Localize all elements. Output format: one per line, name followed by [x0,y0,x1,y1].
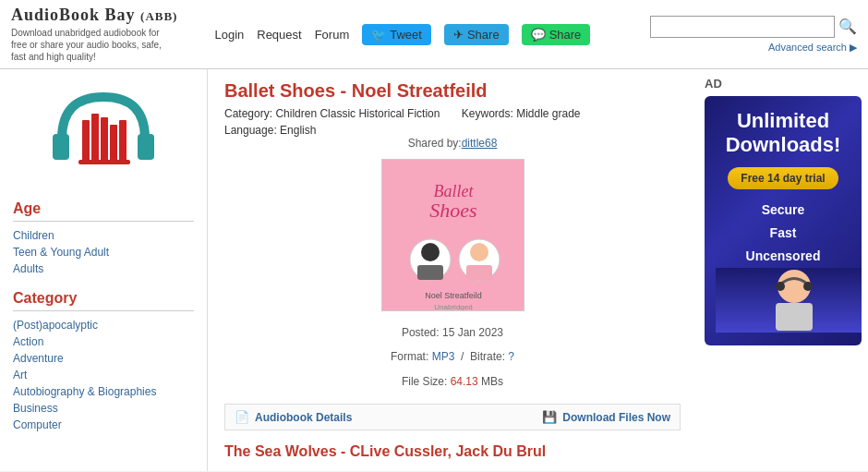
svg-rect-6 [119,120,127,162]
language-value: English [280,124,316,137]
svg-rect-20 [776,303,813,331]
site-branding: AudioBook Bay (ABB) Download unabridged … [11,6,177,63]
download-link[interactable]: 💾 Download Files Now [542,410,670,424]
age-divider [13,221,194,222]
svg-text:Shoes: Shoes [429,199,476,222]
shared-by-user-link[interactable]: dittle68 [462,137,498,150]
audiobook-details-link[interactable]: 📄 Audiobook Details [235,410,352,424]
sidebar-item-action[interactable]: Action [13,333,194,350]
book-cover-svg: Ballet Shoes Noel Streatfeild Unabridged [382,160,524,311]
svg-rect-16 [466,265,492,280]
category-label: Category: [224,107,272,120]
book-cover-image: Ballet Shoes Noel Streatfeild Unabridged [381,159,524,311]
details-icon: 📄 [235,410,249,424]
svg-rect-4 [101,117,108,162]
details-label: Audiobook Details [255,411,352,424]
book-title: Ballet Shoes - Noel Streatfeild [224,80,681,102]
sidebar-item-autobiography[interactable]: Autobiography & Biographies [13,383,194,400]
sidebar-item-adventure[interactable]: Adventure [13,350,194,367]
whatsapp-icon: 💬 [531,28,546,42]
search-button[interactable]: 🔍 [838,18,857,35]
filesize-label: File Size: [402,375,447,388]
login-link[interactable]: Login [214,28,244,42]
sidebar: Age Children Teen & Young Adult Adults C… [0,69,208,471]
ad-headline: Unlimited Downloads! [716,109,850,158]
filesize-value: 64.13 [451,375,478,388]
main-content: Ballet Shoes - Noel Streatfeild Category… [208,69,697,471]
site-tagline: Download unabridged audiobook for free o… [11,27,173,63]
twitter-icon: 🐦 [371,28,386,42]
site-title: AudioBook Bay (ABB) [11,6,177,25]
header-nav: Login Request Forum 🐦 Tweet ✈ Share 💬 Sh… [214,24,590,45]
svg-point-15 [470,243,488,261]
bitrate-value: ? [508,350,514,363]
sidebar-item-teen[interactable]: Teen & Young Adult [13,244,194,260]
sidebar-item-adults[interactable]: Adults [13,260,194,277]
ad-box[interactable]: Unlimited Downloads! Free 14 day trial S… [705,96,862,345]
svg-text:Noel Streatfeild: Noel Streatfeild [425,291,482,300]
page-layout: Age Children Teen & Young Adult Adults C… [0,69,868,471]
language-label: Language: [224,124,277,137]
request-link[interactable]: Request [257,28,301,42]
ad-person-illustration [716,268,862,333]
download-icon: 💾 [542,410,557,424]
ad-label: AD [705,77,861,91]
svg-rect-2 [82,120,90,162]
ad-trial-button[interactable]: Free 14 day trial [728,167,838,189]
book-info-posted: Posted: 15 Jan 2023 [224,323,681,342]
sidebar-item-postapocalyptic[interactable]: (Post)apocalyptic [13,317,194,333]
category-section-title: Category [13,290,194,307]
keywords-value: Middle grade [516,107,580,120]
svg-rect-5 [110,125,117,162]
book-info-filesize: File Size: 64.13 MBs [224,372,681,391]
sidebar-item-business[interactable]: Business [13,400,194,417]
ad-features: Secure Fast Uncensored [716,199,850,269]
book-info-format: Format: MP3 / Bitrate: ? [224,347,681,366]
ad-feature-uncensored: Uncensored [716,245,850,268]
download-label: Download Files Now [562,411,670,424]
sidebar-item-computer[interactable]: Computer [13,417,194,433]
sidebar-item-children[interactable]: Children [13,227,194,244]
svg-rect-13 [417,265,443,280]
svg-point-21 [776,282,785,291]
details-bar: 📄 Audiobook Details 💾 Download Files Now [224,404,681,430]
bitrate-label: Bitrate: [470,350,505,363]
header-right: 🔍 Advanced search ▶ [650,16,857,54]
keywords-label: Keywords: [462,107,513,120]
second-book-title[interactable]: The Sea Wolves - CLive Cussler, Jack Du … [224,443,681,460]
posted-label: Posted: [402,326,440,339]
ad-area: AD Unlimited Downloads! Free 14 day tria… [697,69,868,471]
svg-text:Ballet: Ballet [433,182,474,200]
tweet-button[interactable]: 🐦 Tweet [362,24,431,45]
search-box: 🔍 [650,16,857,38]
site-logo [43,79,163,189]
advanced-search-link[interactable]: Advanced search ▶ [768,42,857,54]
search-input[interactable] [650,16,835,38]
forum-link[interactable]: Forum [315,28,350,42]
filesize-unit: MBs [481,375,503,388]
ad-feature-fast: Fast [716,222,850,245]
category-value: Children Classic Historical Fiction [275,107,440,120]
svg-point-12 [421,243,440,261]
telegram-icon: ✈ [453,28,464,42]
ad-person-svg [716,268,862,333]
shared-by: Shared by:dittle68 [224,137,681,150]
format-value: MP3 [432,350,455,363]
svg-rect-3 [91,114,99,162]
format-label: Format: [391,350,428,363]
posted-date: 15 Jan 2023 [442,326,503,339]
ad-feature-secure: Secure [716,199,850,222]
book-meta-language: Language: English [224,124,681,137]
svg-point-22 [803,282,813,291]
svg-text:Unabridged: Unabridged [434,303,472,311]
header: AudioBook Bay (ABB) Download unabridged … [0,0,868,69]
book-cover-area: Ballet Shoes Noel Streatfeild Unabridged [224,159,681,314]
svg-rect-7 [78,160,130,164]
sidebar-item-art[interactable]: Art [13,367,194,383]
whatsapp-button[interactable]: 💬 Share [522,24,591,45]
svg-rect-1 [138,134,154,160]
age-section-title: Age [13,200,194,217]
telegram-button[interactable]: ✈ Share [444,24,509,45]
logo-area [13,79,194,189]
svg-rect-0 [53,134,69,160]
